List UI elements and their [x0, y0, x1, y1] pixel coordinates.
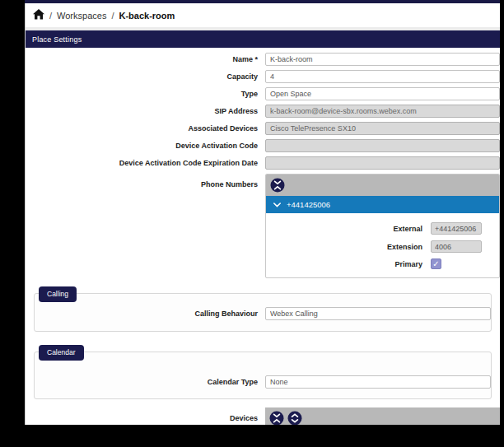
- name-input[interactable]: [265, 53, 500, 66]
- form-row-phone-numbers: Phone Numbers: [26, 174, 500, 278]
- calendar-section: Calendar Calendar Type: [34, 352, 492, 399]
- type-input[interactable]: [265, 87, 500, 100]
- form-row-capacity: Capacity: [26, 70, 500, 83]
- screen: / Workspaces / K-back-room Place Setting…: [0, 0, 504, 447]
- primary-checkbox[interactable]: ✓: [431, 258, 441, 269]
- form-row-primary: Primary ✓: [266, 258, 499, 269]
- collapse-all-icon[interactable]: [270, 178, 285, 193]
- name-label: Name *: [26, 55, 265, 63]
- calling-behaviour-label: Calling Behaviour: [35, 310, 265, 318]
- form-row-activation-expiration: Device Activation Code Expiration Date: [26, 156, 500, 170]
- breadcrumb-separator: /: [49, 11, 52, 21]
- breadcrumb: / Workspaces / K-back-room: [26, 3, 500, 27]
- phone-number-details: External Extension Primary ✓: [266, 213, 499, 277]
- calling-behaviour-input[interactable]: [265, 307, 491, 320]
- form-row-external: External: [266, 222, 499, 235]
- calendar-type-input[interactable]: [265, 375, 491, 389]
- breadcrumb-separator: /: [111, 11, 114, 21]
- form-row-calling-behaviour: Calling Behaviour: [35, 307, 491, 320]
- breadcrumb-workspaces-link[interactable]: Workspaces: [57, 11, 106, 21]
- capacity-label: Capacity: [26, 72, 265, 81]
- primary-label: Primary: [266, 260, 431, 268]
- form-row-name: Name *: [26, 53, 500, 66]
- sip-address-input: [265, 105, 500, 118]
- checkmark-icon: ✓: [432, 259, 439, 268]
- form-row-extension: Extension: [266, 240, 499, 253]
- form-row-sip-address: SIP Address: [26, 105, 500, 118]
- form-row-associated-devices: Associated Devices: [26, 122, 500, 135]
- associated-devices-label: Associated Devices: [26, 124, 265, 133]
- phone-number-entry-header[interactable]: +441425006: [266, 196, 499, 213]
- chevron-down-icon: [273, 200, 281, 209]
- sip-address-label: SIP Address: [26, 107, 265, 115]
- form-row-calendar-type: Calendar Type: [35, 375, 491, 389]
- form-row-device-activation-code: Device Activation Code: [26, 139, 500, 152]
- phone-number-value: +441425006: [287, 200, 330, 209]
- activation-expiration-label: Device Activation Code Expiration Date: [26, 159, 265, 167]
- calling-section: Calling Calling Behaviour: [34, 293, 492, 332]
- external-label: External: [266, 225, 431, 233]
- phone-numbers-panel: +441425006 External Extension Primary: [265, 174, 500, 278]
- activation-expiration-input: [265, 156, 500, 170]
- form-row-devices: Devices: [26, 407, 500, 425]
- device-activation-code-label: Device Activation Code: [26, 142, 265, 150]
- phone-numbers-toolbar: [266, 175, 499, 196]
- extension-input: [431, 240, 482, 253]
- calendar-type-label: Calendar Type: [35, 378, 265, 386]
- capacity-input[interactable]: [265, 70, 500, 83]
- form-row-type: Type: [26, 87, 500, 100]
- associated-devices-input: [265, 122, 500, 135]
- type-label: Type: [26, 90, 265, 98]
- collapse-all-icon[interactable]: [269, 411, 284, 425]
- calling-section-badge[interactable]: Calling: [39, 286, 77, 302]
- devices-label: Devices: [26, 414, 265, 422]
- extension-label: Extension: [266, 243, 431, 251]
- page-title: Place Settings: [26, 30, 500, 48]
- device-activation-code-input: [265, 139, 500, 152]
- calendar-section-badge[interactable]: Calendar: [39, 345, 84, 361]
- external-number-input: [431, 222, 482, 235]
- page-title-text: Place Settings: [32, 35, 82, 44]
- place-settings-page: / Workspaces / K-back-room Place Setting…: [25, 3, 500, 425]
- devices-toolbar: [265, 407, 500, 425]
- home-icon[interactable]: [33, 8, 44, 23]
- phone-numbers-label: Phone Numbers: [26, 174, 265, 189]
- place-settings-form: Name * Capacity Type SIP Address Associa…: [26, 48, 500, 425]
- breadcrumb-current-workspace: K-back-room: [119, 11, 175, 21]
- expand-all-icon[interactable]: [287, 411, 302, 425]
